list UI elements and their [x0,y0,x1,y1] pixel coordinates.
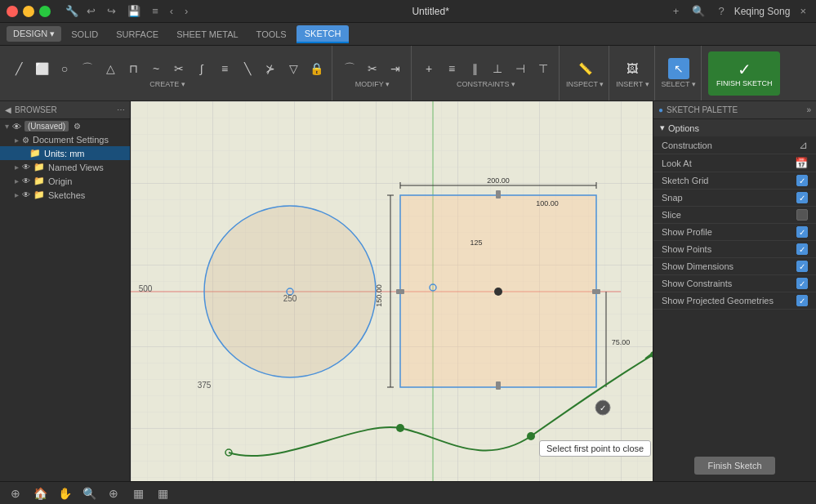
show-points-checkbox[interactable]: ✓ [796,243,808,255]
close-window-icon[interactable]: × [796,5,809,17]
palette-row-snap[interactable]: Snap ✓ [653,190,816,207]
home-btn[interactable]: 🏠 [31,484,49,502]
palette-row-show-constraints[interactable]: Show Constraints ✓ [653,275,816,292]
collapse-icon[interactable]: ◀ [5,105,11,114]
sketch-grid-checkbox[interactable]: ✓ [796,175,808,186]
browser-item-named-views[interactable]: ▸ 👁 📁 Named Views [0,160,130,174]
horizontal-tool[interactable]: ⊣ [510,58,531,79]
help-btn[interactable]: ? [715,5,727,17]
svg-point-31 [225,449,232,456]
add-btn[interactable]: + [670,5,683,17]
extend-tool[interactable]: ⇥ [385,58,406,79]
browser-options-icon[interactable]: ⋯ [117,105,125,114]
palette-expand-icon[interactable]: » [806,105,811,114]
offset-tool[interactable]: ∫ [191,58,212,79]
insert-image-tool[interactable]: 🖼 [622,58,643,79]
arrow-right-icon[interactable]: › [181,5,191,17]
svg-point-28 [430,284,436,291]
slot-tool[interactable]: ⊓ [123,58,144,79]
fit-btn[interactable]: ⊕ [105,484,123,502]
project-tool[interactable]: ╲ [237,58,258,79]
close-btn[interactable] [7,6,18,17]
settings-icon[interactable]: ≡ [149,5,162,17]
eye2-icon[interactable]: 👁 [22,163,30,172]
user-name[interactable]: Keqing Song [734,6,791,17]
show-profile-checkbox[interactable]: ✓ [796,226,808,238]
browser-title: BROWSER [15,105,57,114]
construction-icon[interactable]: ⊿ [799,139,808,151]
pan-btn[interactable]: ✋ [56,484,74,502]
palette-row-sketch-grid[interactable]: Sketch Grid ✓ [653,172,816,190]
coincident-tool[interactable]: + [418,58,439,79]
display-btn[interactable]: ▦ [154,484,172,502]
show-constraints-checkbox[interactable]: ✓ [796,278,808,289]
vertical-tool[interactable]: ⊤ [533,58,554,79]
browser-item-sketches[interactable]: ▸ 👁 📁 Sketches [0,188,130,202]
tab-tools[interactable]: TOOLS [248,26,295,42]
grid-view-btn[interactable]: ▦ [129,484,147,502]
lock-tool[interactable]: 🔒 [305,58,327,79]
conic-tool[interactable]: ⊁ [260,58,281,79]
browser-item-units[interactable]: 📁 Units: mm [0,146,130,160]
cursor-tool-btn[interactable]: ⊕ [7,484,25,502]
snap-checkbox[interactable]: ✓ [796,192,808,203]
collinear-tool[interactable]: ≡ [441,58,462,79]
design-dropdown[interactable]: DESIGN ▾ [7,26,61,42]
browser-item-origin[interactable]: ▸ 👁 📁 Origin [0,174,130,188]
select-tool[interactable]: ↖ [668,58,689,79]
arrow-left-icon[interactable]: ‹ [167,5,176,17]
rectangle-tool[interactable]: ⬜ [31,58,52,79]
options-section-title[interactable]: ▾ Options [653,119,816,136]
look-at-icon[interactable]: 📅 [795,157,808,169]
chevron-down-icon: ▾ [5,122,9,131]
palette-row-show-profile[interactable]: Show Profile ✓ [653,224,816,241]
tab-solid[interactable]: SOLID [63,26,106,42]
circle-tool[interactable]: ○ [54,58,75,79]
maximize-btn[interactable] [39,6,51,17]
canvas-area[interactable]: 250 375 500 200.00 100.00 150.00 125 [131,101,653,481]
tab-sheet-metal[interactable]: SHEET METAL [168,26,246,42]
minimize-btn[interactable] [23,6,34,17]
perpendicular-tool[interactable]: ⊥ [487,58,508,79]
tab-sketch[interactable]: SKETCH [297,25,350,43]
browser-item-doc-settings[interactable]: ▸ ⚙ Document Settings [0,133,130,146]
finish-sketch-palette-button[interactable]: Finish Sketch [694,457,774,475]
palette-row-show-points[interactable]: Show Points ✓ [653,241,816,258]
measure-tool[interactable]: 📏 [574,58,595,79]
parallel-tool[interactable]: ∥ [464,58,485,79]
redo-icon[interactable]: ↪ [104,5,119,17]
doc-settings-label: Document Settings [33,135,109,145]
gear-icon[interactable]: ⚙ [74,122,81,131]
line-tool[interactable]: ╱ [8,58,29,79]
save-icon[interactable]: 💾 [124,5,144,17]
palette-row-show-projected-geometries[interactable]: Show Projected Geometries ✓ [653,292,816,310]
fillet-tool[interactable]: ⌒ [339,58,360,79]
slice-checkbox[interactable] [796,209,808,221]
unsaved-label: (Unsaved) [25,121,69,132]
palette-row-look-at[interactable]: Look At 📅 [653,154,816,172]
eye-icon[interactable]: 👁 [12,122,21,132]
search-btn[interactable]: 🔍 [689,5,708,17]
trim-tool[interactable]: ✂ [168,58,190,79]
finish-sketch-button[interactable]: ✓ FINISH SKETCH [708,51,781,96]
main-area: ◀ BROWSER ⋯ ▾ 👁 (Unsaved) ⚙ ▸ ⚙ Document… [0,101,816,481]
zoom-btn[interactable]: 🔍 [80,484,98,502]
show-dimensions-checkbox[interactable]: ✓ [796,261,808,272]
origin-label: Origin [48,176,72,186]
tab-surface[interactable]: SURFACE [108,26,167,42]
svg-text:75.00: 75.00 [612,338,631,346]
palette-row-slice[interactable]: Slice [653,207,816,224]
show-projected-geometries-checkbox[interactable]: ✓ [796,295,808,306]
palette-row-show-dimensions[interactable]: Show Dimensions ✓ [653,258,816,275]
mirror-tool[interactable]: ≡ [214,58,235,79]
eye3-icon[interactable]: 👁 [22,176,30,185]
undo-icon[interactable]: ↩ [83,5,99,17]
eye4-icon[interactable]: 👁 [22,190,30,199]
arc-tool[interactable]: ⌒ [77,58,98,79]
palette-row-construction[interactable]: Construction ⊿ [653,136,816,154]
browser-item-unsaved[interactable]: ▾ 👁 (Unsaved) ⚙ [0,119,130,133]
polygon-tool[interactable]: △ [100,58,121,79]
triangle-tool[interactable]: ▽ [283,58,304,79]
trim2-tool[interactable]: ✂ [362,58,383,79]
spline-tool[interactable]: ~ [145,58,167,79]
